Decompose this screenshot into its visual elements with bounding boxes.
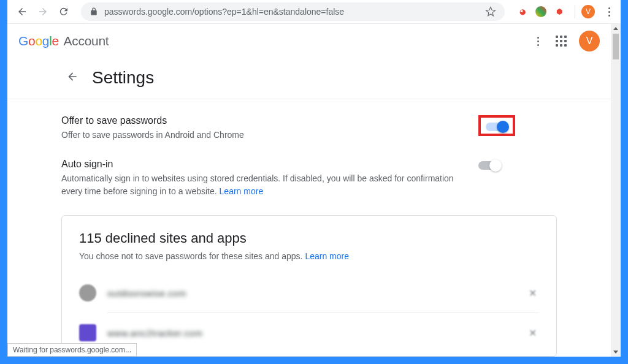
extension-icon-2[interactable] [535,6,546,17]
url-text: passwords.google.com/options?ep=1&hl=en&… [104,7,344,17]
browser-toolbar: passwords.google.com/options?ep=1&hl=en&… [7,0,621,24]
site-favicon [79,324,96,341]
scroll-down-button[interactable] [611,347,621,357]
declined-sub: You chose not to save passwords for thes… [79,251,305,261]
back-button[interactable] [13,3,31,20]
page-title-row: Settings [7,58,611,99]
separator [575,5,575,18]
account-label: Account [64,34,109,48]
setting-offer-save-passwords: Offer to save passwords Offer to save pa… [61,115,557,142]
declined-heading: 115 declined sites and apps [79,230,539,246]
declined-row: outdoorswise.com ✕ [79,273,539,313]
setting-desc: Offer to save passwords in Android and C… [61,129,466,142]
google-account-logo[interactable]: Google Account [18,34,109,48]
address-bar[interactable]: passwords.google.com/options?ep=1&hl=en&… [81,2,505,21]
declined-row: www.anc2tracker.com ✕ [79,313,539,352]
bookmark-star-icon[interactable] [485,6,496,17]
chrome-menu-button[interactable] [603,7,615,17]
setting-name: Offer to save passwords [61,115,466,126]
remove-site-button[interactable]: ✕ [526,326,539,339]
learn-more-link[interactable]: Learn more [220,186,264,196]
setting-desc: Automatically sign in to websites using … [61,172,466,198]
highlighted-control [478,115,515,136]
offer-save-toggle[interactable] [486,123,508,131]
google-apps-button[interactable] [556,36,567,47]
lock-icon [90,7,98,16]
learn-more-link[interactable]: Learn more [305,251,349,261]
reload-button[interactable] [55,3,72,20]
app-more-button[interactable] [532,37,543,46]
site-name: www.anc2tracker.com [107,328,515,338]
vertical-scrollbar[interactable] [611,24,621,357]
declined-sites-card: 115 declined sites and apps You chose no… [61,215,557,357]
site-name: outdoorswise.com [107,288,515,298]
page-title: Settings [92,68,154,88]
forward-button[interactable] [34,3,52,20]
profile-avatar[interactable]: V [581,5,595,18]
auto-sign-in-toggle[interactable] [478,161,500,170]
app-header: Google Account V [7,24,611,58]
status-bar: Waiting for passwords.google.com... [7,343,137,357]
extensions-group: ◕ ⬢ [517,6,565,17]
extension-icon-1[interactable]: ◕ [517,6,528,17]
setting-auto-sign-in: Auto sign-in Automatically sign in to we… [61,159,557,198]
site-favicon [79,284,96,301]
scroll-thumb[interactable] [613,34,619,59]
navigate-back-button[interactable] [66,70,78,85]
account-avatar[interactable]: V [579,31,600,51]
setting-name: Auto sign-in [61,159,466,170]
scroll-up-button[interactable] [611,24,621,34]
remove-site-button[interactable]: ✕ [526,286,539,300]
extension-icon-3[interactable]: ⬢ [554,6,565,17]
